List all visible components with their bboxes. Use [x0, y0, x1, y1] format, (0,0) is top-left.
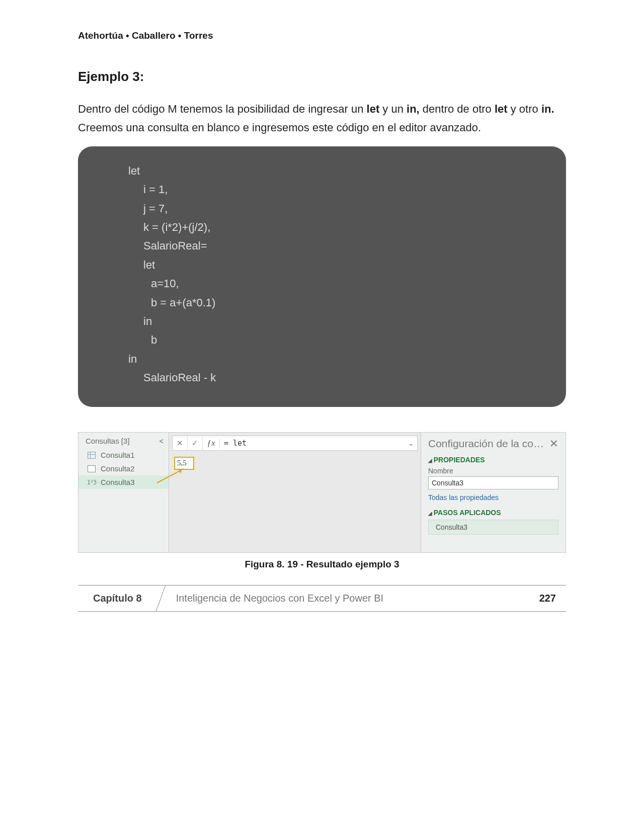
commit-edit-button[interactable]: ✓ — [188, 436, 203, 450]
powerquery-screenshot: Consultas [3] < Consulta1 Consulta2 1²3 … — [78, 432, 566, 553]
code-line: j = 7, — [128, 199, 536, 218]
bold-let: let — [367, 103, 380, 115]
para-text: y un — [379, 103, 407, 115]
query-settings-pane: Configuración de la co… ✕ PROPIEDADES No… — [421, 433, 566, 552]
name-label: Nombre — [428, 467, 558, 475]
para-text: dentro de otro — [420, 103, 495, 115]
all-properties-link[interactable]: Todas las propiedades — [428, 493, 558, 502]
fx-icon: ƒx — [203, 438, 220, 448]
code-line: SalarioReal - k — [128, 368, 536, 387]
cancel-edit-button[interactable]: ✕ — [173, 436, 188, 450]
settings-title: Configuración de la co… — [428, 438, 544, 450]
number-icon: 1²3 — [88, 479, 96, 486]
code-line: let — [128, 256, 536, 274]
para-text: y otro — [508, 103, 541, 115]
chapter-label: Capítulo 8 — [78, 593, 161, 604]
table-icon — [88, 452, 96, 459]
figure-caption: Figura 8. 19 - Resultado ejemplo 3 — [78, 559, 566, 570]
bold-in: in, — [407, 103, 420, 115]
query-editor-area: ✕ ✓ ƒx = let ⌄ 5,5 — [169, 433, 421, 552]
code-block: let i = 1, j = 7, k = (i*2)+(j/2), Salar… — [78, 146, 566, 407]
code-line: b — [128, 330, 536, 349]
applied-steps-section-header[interactable]: PASOS APLICADOS — [428, 509, 558, 517]
query-name-input[interactable] — [428, 476, 558, 489]
code-line: in — [128, 312, 536, 330]
code-line: let — [128, 161, 536, 180]
page-number: 227 — [539, 593, 566, 604]
code-line: i = 1, — [128, 180, 536, 199]
query-item-label: Consulta3 — [101, 478, 135, 486]
close-settings-button[interactable]: ✕ — [549, 438, 558, 450]
collapse-pane-button[interactable]: < — [159, 437, 164, 445]
para-text: Creemos una consulta en blanco e ingrese… — [78, 121, 481, 134]
query-item-consulta1[interactable]: Consulta1 — [78, 448, 169, 462]
query-item-label: Consulta2 — [101, 464, 135, 473]
code-line: SalarioReal= — [128, 236, 536, 255]
query-item-label: Consulta1 — [101, 451, 135, 459]
code-line: a=10, — [128, 274, 536, 293]
query-item-consulta3[interactable]: 1²3 Consulta3 — [78, 475, 169, 489]
example-paragraph: Dentro del código M tenemos la posibilid… — [78, 100, 566, 137]
applied-step-item[interactable]: Consulta3 — [428, 520, 558, 535]
bold-let: let — [495, 103, 508, 115]
queries-pane: Consultas [3] < Consulta1 Consulta2 1²3 … — [78, 433, 169, 552]
code-line: in — [128, 350, 536, 368]
blank-icon — [88, 465, 96, 472]
para-text: Dentro del código M tenemos la posibilid… — [78, 103, 367, 115]
formula-bar: ✕ ✓ ƒx = let ⌄ — [172, 436, 418, 451]
code-line: b = a+(a*0.1) — [128, 293, 536, 312]
book-title: Inteligencia de Negocios con Excel y Pow… — [161, 593, 539, 604]
expand-formula-button[interactable]: ⌄ — [405, 439, 417, 447]
queries-header: Consultas [3] — [86, 437, 130, 445]
code-line: k = (i*2)+(j/2), — [128, 218, 536, 236]
formula-input[interactable]: = let — [220, 439, 405, 448]
bold-in: in. — [541, 103, 554, 115]
example-heading: Ejemplo 3: — [78, 69, 566, 85]
page-footer: Capítulo 8 Inteligencia de Negocios con … — [78, 585, 566, 612]
properties-section-header[interactable]: PROPIEDADES — [428, 456, 558, 464]
query-item-consulta2[interactable]: Consulta2 — [78, 462, 169, 475]
authors-line: Atehortúa • Caballero • Torres — [78, 30, 566, 41]
